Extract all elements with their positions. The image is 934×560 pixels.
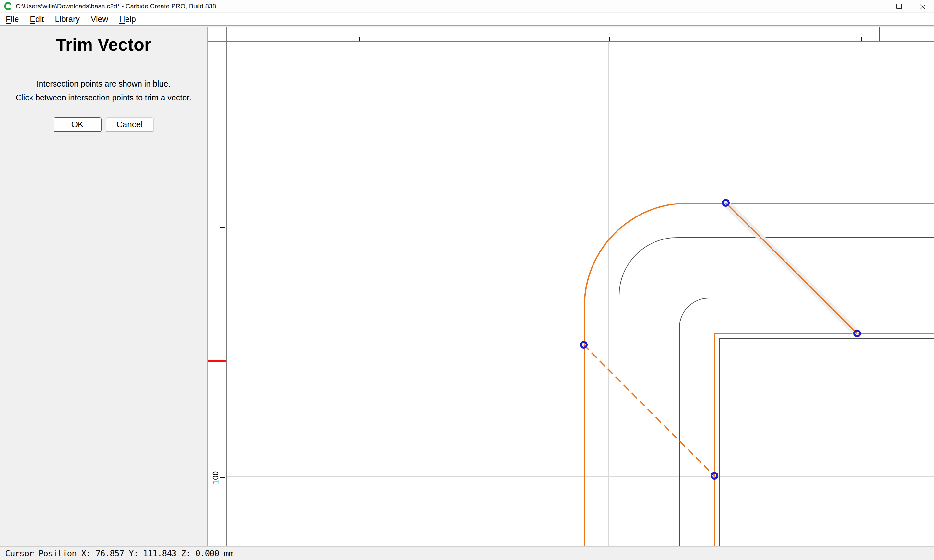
- title-bar: C:\Users\willa\Downloads\base.c2d* - Car…: [0, 0, 934, 12]
- horizontal-ruler: [227, 26, 934, 43]
- ruler-corner: [208, 26, 227, 43]
- ruler-label-100: 100: [211, 468, 220, 488]
- ruler-tick: [220, 477, 225, 478]
- maximize-button[interactable]: [894, 0, 904, 12]
- minimize-button[interactable]: [872, 0, 882, 12]
- ok-button[interactable]: OK: [54, 117, 102, 132]
- workspace: 100: [208, 26, 934, 546]
- vertical-ruler: 100: [208, 43, 227, 546]
- maximize-icon: [896, 3, 902, 9]
- menu-item-file[interactable]: File: [6, 15, 19, 24]
- menu-item-view[interactable]: View: [91, 15, 108, 24]
- close-button[interactable]: [918, 0, 928, 12]
- menu-item-help[interactable]: Help: [119, 15, 136, 24]
- cursor-marker-top: [879, 26, 880, 42]
- intersection-point[interactable]: [853, 329, 861, 337]
- cancel-button[interactable]: Cancel: [106, 117, 154, 132]
- intersection-point[interactable]: [580, 341, 588, 349]
- trim-vector-panel: Trim Vector Intersection points are show…: [0, 26, 208, 546]
- intersection-point[interactable]: [722, 199, 730, 207]
- status-bar: Cursor Position X: 76.857 Y: 111.843 Z: …: [0, 546, 934, 560]
- ruler-tick: [359, 37, 360, 42]
- window-title: C:\Users\willa\Downloads\base.c2d* - Car…: [15, 0, 216, 12]
- menu-item-library[interactable]: Library: [55, 15, 79, 24]
- cursor-marker-left: [208, 360, 226, 362]
- inner-gray-contour[interactable]: [719, 338, 934, 546]
- app-logo-icon: [4, 2, 12, 10]
- intersection-point[interactable]: [711, 472, 718, 480]
- minimize-icon: [873, 6, 880, 6]
- ruler-tick: [609, 37, 610, 42]
- design-canvas[interactable]: [227, 43, 934, 546]
- ruler-tick: [220, 228, 225, 228]
- ruler-tick: [861, 37, 862, 42]
- dialog-instruction-1: Intersection points are shown in blue.: [0, 79, 207, 88]
- dialog-title: Trim Vector: [0, 34, 207, 54]
- menu-bar: FileEditLibraryViewHelp: [0, 13, 934, 26]
- menu-item-edit[interactable]: Edit: [30, 15, 44, 24]
- close-icon: [920, 3, 925, 9]
- cursor-position-readout: Cursor Position X: 76.857 Y: 111.843 Z: …: [5, 549, 233, 558]
- gridline: [358, 43, 358, 546]
- dialog-instruction-2: Click between intersection points to tri…: [0, 93, 207, 102]
